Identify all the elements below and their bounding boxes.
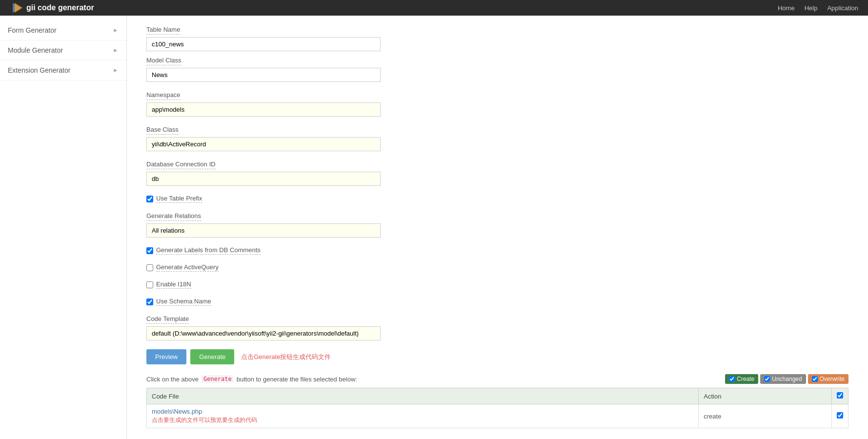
badge-unchanged: Unchanged [760, 374, 806, 384]
action-buttons: Preview Generate 点击Generate按钮生成代码文件 [146, 349, 848, 364]
main-content: Table Name Model Class Namespace Base Cl… [127, 16, 868, 439]
file-link[interactable]: models\News.php [152, 408, 202, 415]
code-template-label: Code Template [146, 315, 189, 324]
generate-activequery-group: Generate ActiveQuery [146, 263, 848, 272]
logo-icon [10, 1, 23, 15]
row-checkbox[interactable] [837, 412, 843, 419]
results-info: Click on the above Generate button to ge… [146, 374, 848, 384]
generate-relations-input[interactable] [146, 223, 381, 238]
generate-activequery-label: Generate ActiveQuery [156, 263, 219, 272]
use-schema-name-label: Use Schema Name [156, 298, 211, 306]
model-class-label: Model Class [146, 57, 182, 65]
sidebar-extension-label: Extension Generator [8, 66, 70, 74]
sidebar-form-label: Form Generator [8, 26, 57, 34]
base-class-group: Base Class [146, 125, 848, 151]
namespace-group: Namespace [146, 91, 848, 117]
th-action: Action [699, 388, 832, 404]
sidebar-module-label: Module Generator [8, 46, 63, 54]
badge-create-checkbox[interactable] [729, 376, 735, 382]
preview-button[interactable]: Preview [146, 349, 186, 364]
cell-checkbox [832, 404, 848, 428]
nav-application[interactable]: Application [827, 4, 858, 12]
cell-file: models\News.php 点击要生成的文件可以预览要生成的代码 [147, 404, 699, 428]
use-table-prefix-label: Use Table Prefix [156, 195, 202, 203]
chevron-right-icon: ► [113, 47, 119, 54]
db-connection-group: Database Connection ID [146, 160, 848, 186]
badge-overwrite: Overwrite [808, 374, 848, 384]
sidebar-item-form-generator[interactable]: Form Generator ► [0, 20, 126, 40]
namespace-label: Namespace [146, 91, 180, 100]
cell-action: create [699, 404, 832, 428]
use-schema-name-group: Use Schema Name [146, 298, 848, 306]
table-name-group: Table Name [146, 25, 848, 51]
enable-i18n-group: Enable I18N [146, 280, 848, 289]
layout: Form Generator ► Module Generator ► Exte… [0, 16, 868, 439]
generate-relations-group: Generate Relations [146, 212, 848, 238]
th-code-file: Code File [147, 388, 699, 404]
select-all-checkbox[interactable] [837, 392, 843, 399]
badge-overwrite-checkbox[interactable] [812, 376, 818, 382]
use-table-prefix-group: Use Table Prefix [146, 195, 848, 203]
nav-help[interactable]: Help [805, 4, 818, 12]
sidebar-item-extension-generator[interactable]: Extension Generator ► [0, 60, 126, 80]
svg-marker-1 [15, 3, 22, 13]
generate-labels-label: Generate Labels from DB Comments [156, 246, 261, 255]
enable-i18n-checkbox[interactable] [146, 281, 153, 288]
generate-hint: 点击Generate按钮生成代码文件 [241, 353, 331, 360]
sidebar-item-module-generator[interactable]: Module Generator ► [0, 40, 126, 60]
chevron-right-icon: ► [113, 67, 119, 74]
code-template-input[interactable] [146, 326, 381, 340]
db-connection-label: Database Connection ID [146, 160, 216, 169]
file-hint: 点击要生成的文件可以预览要生成的代码 [152, 416, 693, 424]
table-name-label: Table Name [146, 26, 180, 35]
namespace-input[interactable] [146, 102, 381, 117]
logo: gii code generator [10, 1, 94, 15]
results-generate-code: Generate [202, 375, 234, 383]
legend-badges: Create Unchanged Overwrite [725, 374, 848, 384]
generate-labels-checkbox[interactable] [146, 247, 153, 254]
results-area: Click on the above Generate button to ge… [146, 374, 848, 428]
db-connection-input[interactable] [146, 172, 381, 186]
table-row: models\News.php 点击要生成的文件可以预览要生成的代码 creat… [147, 404, 848, 428]
table-name-input[interactable] [146, 37, 381, 51]
results-info-text2: button to generate the files selected be… [237, 376, 357, 383]
generate-activequery-checkbox[interactable] [146, 264, 153, 271]
sidebar: Form Generator ► Module Generator ► Exte… [0, 16, 127, 439]
enable-i18n-label: Enable I18N [156, 280, 191, 289]
model-class-group: Model Class [146, 56, 848, 82]
base-class-label: Base Class [146, 126, 179, 135]
model-class-input[interactable] [146, 68, 381, 82]
logo-text: gii code generator [26, 3, 94, 12]
results-table: Code File Action models\News.php 点击要生成的文… [146, 388, 848, 428]
nav-home[interactable]: Home [778, 4, 795, 12]
table-header-row: Code File Action [147, 388, 848, 404]
th-select-all [832, 388, 848, 404]
badge-unchanged-checkbox[interactable] [764, 376, 770, 382]
badge-create: Create [725, 374, 758, 384]
base-class-input[interactable] [146, 137, 381, 151]
chevron-right-icon: ► [113, 27, 119, 34]
header-nav: Home Help Application [778, 4, 858, 12]
code-template-group: Code Template [146, 315, 848, 340]
use-table-prefix-checkbox[interactable] [146, 196, 153, 202]
generate-button[interactable]: Generate [190, 349, 234, 364]
generate-relations-label: Generate Relations [146, 212, 201, 221]
header: gii code generator Home Help Application [0, 0, 868, 16]
generate-labels-group: Generate Labels from DB Comments [146, 246, 848, 255]
use-schema-name-checkbox[interactable] [146, 299, 153, 305]
results-info-text: Click on the above [146, 376, 199, 383]
